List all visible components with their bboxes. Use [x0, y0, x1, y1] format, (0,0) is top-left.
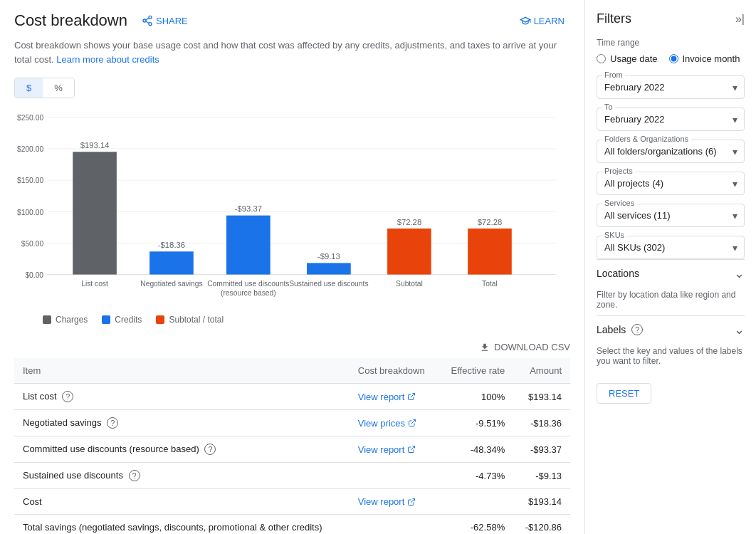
- row-rate: -48.34%: [439, 436, 514, 463]
- row-amount: -$18.36: [513, 410, 570, 436]
- svg-line-38: [411, 446, 415, 451]
- row-rate: -9.51%: [439, 410, 514, 436]
- svg-line-39: [411, 498, 415, 503]
- help-icon[interactable]: ?: [204, 444, 216, 455]
- row-cost-breakdown: View report: [350, 489, 439, 515]
- row-amount: -$120.86: [513, 515, 570, 535]
- svg-point-0: [149, 16, 152, 19]
- labels-help-icon[interactable]: ?: [631, 324, 643, 335]
- svg-rect-27: [468, 229, 512, 275]
- table-row: List cost ? View report 100% $193.14: [14, 384, 570, 410]
- chart-svg: $250.00 $200.00 $150.00 $100.00 $50.00 $…: [14, 110, 570, 309]
- labels-desc: Select the key and values of the labels …: [597, 343, 745, 372]
- learn-more-link[interactable]: Learn more about credits: [56, 54, 159, 65]
- table-row: Sustained use discounts ? -4.73% -$9.13: [14, 463, 570, 489]
- time-range-radio-group: Usage date Invoice month: [597, 53, 745, 64]
- projects-label: Projects: [602, 167, 635, 175]
- svg-text:-$93.37: -$93.37: [235, 204, 262, 213]
- view-report-link-3[interactable]: View report: [358, 496, 430, 507]
- to-label: To: [602, 103, 615, 111]
- svg-text:Negotiated savings: Negotiated savings: [140, 278, 202, 287]
- row-item: Sustained use discounts ?: [14, 463, 350, 489]
- labels-chevron-icon: ⌄: [734, 322, 745, 337]
- services-dropdown-wrapper: Services All services (11) ▾: [597, 204, 745, 227]
- usage-date-option[interactable]: Usage date: [597, 53, 658, 64]
- col-amount: Amount: [513, 358, 570, 384]
- external-link-icon: [407, 445, 416, 454]
- svg-text:$0.00: $0.00: [25, 271, 43, 279]
- invoice-month-radio[interactable]: [669, 54, 678, 63]
- row-cost-breakdown: [350, 463, 439, 489]
- row-rate: -4.73%: [439, 463, 514, 489]
- download-row: DOWNLOAD CSV: [14, 342, 570, 352]
- to-select[interactable]: February 2022: [597, 108, 745, 131]
- learn-button[interactable]: LEARN: [514, 12, 570, 29]
- header-left: Cost breakdown SHARE: [14, 11, 194, 30]
- row-amount: $193.14: [513, 384, 570, 410]
- invoice-month-option[interactable]: Invoice month: [669, 53, 740, 64]
- table-header-row: Item Cost breakdown Effective rate Amoun…: [14, 358, 570, 384]
- svg-text:$200.00: $200.00: [17, 145, 43, 153]
- svg-text:$72.28: $72.28: [478, 217, 503, 226]
- help-icon[interactable]: ?: [129, 470, 140, 481]
- svg-line-36: [411, 394, 415, 398]
- row-rate: [439, 489, 514, 515]
- percent-toggle[interactable]: %: [43, 78, 74, 98]
- svg-text:Total: Total: [482, 278, 498, 287]
- svg-rect-23: [307, 263, 351, 274]
- locations-desc: Filter by location data like region and …: [597, 287, 745, 315]
- svg-text:$150.00: $150.00: [17, 176, 43, 184]
- row-item: Total savings (negotiated savings, disco…: [14, 515, 350, 535]
- collapse-sidebar-button[interactable]: »|: [735, 13, 745, 26]
- help-icon[interactable]: ?: [62, 391, 73, 402]
- table-row: Total savings (negotiated savings, disco…: [14, 515, 570, 535]
- svg-text:-$18.36: -$18.36: [158, 241, 185, 249]
- row-item: Cost: [14, 489, 350, 515]
- view-prices-link[interactable]: View prices: [358, 418, 430, 429]
- usage-date-radio[interactable]: [597, 54, 606, 63]
- row-cost-breakdown: View report: [350, 384, 439, 410]
- filters-sidebar: Filters »| Time range Usage date Invoice…: [585, 0, 756, 534]
- services-label: Services: [602, 199, 636, 207]
- labels-label: Labels: [597, 324, 626, 335]
- svg-line-3: [146, 21, 149, 23]
- projects-dropdown-wrapper: Projects All projects (4) ▾: [597, 172, 745, 195]
- from-label: From: [602, 70, 625, 79]
- col-cost-breakdown: Cost breakdown: [350, 358, 439, 384]
- svg-text:$250.00: $250.00: [17, 113, 43, 122]
- download-csv-button[interactable]: DOWNLOAD CSV: [480, 342, 570, 352]
- svg-text:$50.00: $50.00: [21, 239, 44, 247]
- row-cost-breakdown: [350, 515, 439, 535]
- svg-text:Subtotal: Subtotal: [396, 278, 423, 287]
- dollar-toggle[interactable]: $: [15, 78, 43, 98]
- svg-text:$72.28: $72.28: [397, 217, 422, 226]
- to-dropdown-wrapper: To February 2022 ▾: [597, 108, 745, 131]
- row-rate: 100%: [439, 384, 514, 410]
- svg-text:-$9.13: -$9.13: [317, 252, 340, 261]
- folders-label: Folders & Organizations: [602, 135, 691, 143]
- view-report-link[interactable]: View report: [358, 392, 430, 402]
- view-report-link-2[interactable]: View report: [358, 444, 430, 455]
- legend-charges-dot: [43, 315, 51, 324]
- locations-filter[interactable]: Locations ⌄: [597, 259, 745, 287]
- reset-button[interactable]: RESET: [597, 383, 651, 404]
- external-link-icon: [407, 498, 416, 506]
- locations-chevron-icon: ⌄: [734, 266, 745, 281]
- labels-filter[interactable]: Labels ? ⌄: [597, 315, 745, 343]
- legend-credits: Credits: [102, 315, 142, 325]
- svg-text:List cost: List cost: [81, 278, 108, 287]
- time-range-label: Time range: [597, 38, 745, 48]
- svg-text:(resource based): (resource based): [221, 288, 276, 296]
- table-row: Negotiated savings ? View prices -9.51% …: [14, 410, 570, 436]
- svg-point-2: [149, 23, 152, 26]
- svg-line-37: [411, 420, 416, 424]
- svg-text:Sustained use discounts: Sustained use discounts: [289, 278, 368, 287]
- row-cost-breakdown: View report: [350, 436, 439, 463]
- svg-rect-25: [387, 229, 431, 275]
- sidebar-title: Filters: [597, 11, 631, 26]
- legend-subtotal-dot: [156, 315, 164, 324]
- row-amount: -$9.13: [513, 463, 570, 489]
- help-icon[interactable]: ?: [107, 417, 118, 429]
- external-link-icon: [408, 419, 416, 427]
- share-button[interactable]: SHARE: [136, 12, 194, 29]
